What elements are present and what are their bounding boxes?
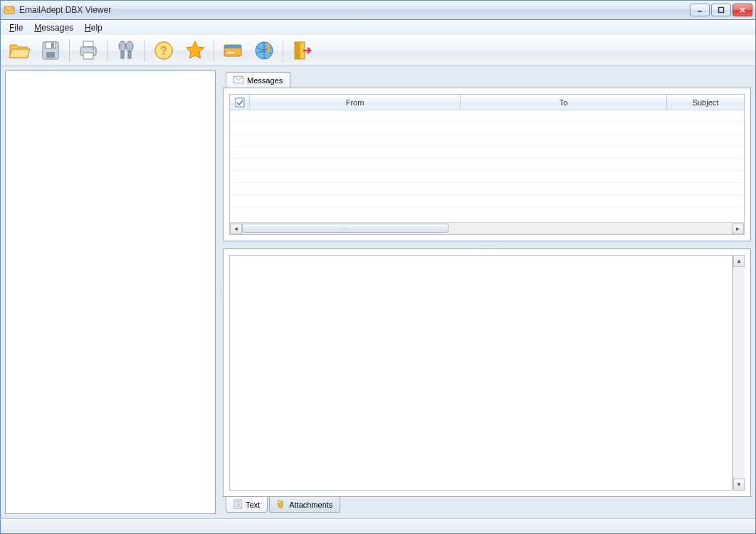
minimize-button[interactable]: [690, 4, 710, 16]
scroll-track[interactable]: ···: [242, 224, 732, 234]
preview-container: ▲ ▼: [223, 248, 751, 497]
column-header-icon[interactable]: [230, 95, 250, 110]
grid-body[interactable]: [230, 110, 744, 222]
tab-attachments-label: Attachments: [289, 501, 332, 509]
table-row: [230, 183, 744, 195]
svg-rect-24: [236, 98, 244, 107]
horizontal-scrollbar: ◄ ··· ►: [230, 222, 744, 234]
scroll-down-button[interactable]: ▼: [733, 478, 745, 491]
tab-messages-label: Messages: [247, 76, 283, 85]
window-controls: [690, 4, 752, 16]
svg-rect-19: [227, 52, 234, 53]
column-header-to[interactable]: To: [461, 95, 667, 110]
svg-rect-5: [46, 52, 55, 58]
maximize-button[interactable]: [711, 4, 731, 16]
toolbar-separator: [214, 39, 214, 62]
exit-button[interactable]: [288, 36, 316, 65]
home-button[interactable]: [250, 36, 278, 65]
toolbar-separator: [283, 39, 283, 62]
table-row: [230, 195, 744, 207]
window-title: EmailAdept DBX Viewer: [19, 5, 690, 15]
messages-grid: From To Subject: [229, 94, 745, 235]
tab-attachments[interactable]: Attachments: [269, 497, 340, 513]
close-button[interactable]: [733, 4, 752, 16]
toolbar-separator: [145, 39, 145, 62]
column-header-subject[interactable]: Subject: [667, 95, 744, 110]
folder-tree-panel[interactable]: [5, 70, 216, 514]
scroll-right-button[interactable]: ►: [732, 224, 744, 234]
scroll-up-button[interactable]: ▲: [733, 255, 745, 267]
menubar: File Messages Help: [0, 20, 756, 35]
table-row: [230, 110, 744, 122]
tab-text[interactable]: Text: [226, 497, 268, 513]
tab-text-label: Text: [246, 501, 260, 509]
help-button[interactable]: ?: [149, 36, 178, 65]
statusbar: [0, 518, 756, 534]
messages-panel: Messages From To Subject: [223, 70, 751, 241]
paperclip-icon: [277, 499, 285, 511]
messages-grid-container: From To Subject: [223, 88, 751, 241]
register-button[interactable]: [219, 36, 247, 65]
table-row: [230, 135, 744, 147]
table-row: [230, 159, 744, 171]
menu-messages[interactable]: Messages: [28, 21, 79, 34]
svg-rect-6: [51, 43, 54, 48]
svg-text:?: ?: [160, 45, 167, 57]
svg-rect-14: [128, 51, 131, 58]
find-button[interactable]: [112, 36, 140, 65]
toolbar-separator: [69, 39, 70, 62]
table-row: [230, 171, 744, 183]
print-button[interactable]: [74, 36, 103, 65]
right-panel: Messages From To Subject: [223, 70, 751, 514]
save-button[interactable]: [36, 36, 65, 65]
toolbar: ?: [0, 35, 756, 66]
column-header-from[interactable]: From: [250, 95, 461, 110]
horizontal-splitter[interactable]: · · · · ·: [223, 241, 751, 248]
svg-rect-7: [83, 41, 93, 47]
svg-point-10: [93, 48, 95, 50]
scroll-track-vertical[interactable]: [733, 267, 745, 478]
svg-rect-0: [4, 6, 14, 14]
table-row: [230, 147, 744, 159]
app-icon: [4, 4, 15, 16]
svg-point-12: [126, 41, 133, 51]
svg-rect-2: [719, 8, 724, 13]
tab-messages[interactable]: Messages: [226, 72, 290, 88]
open-folder-button[interactable]: [5, 36, 33, 65]
menu-help[interactable]: Help: [79, 21, 108, 34]
scroll-left-button[interactable]: ◄: [230, 224, 242, 234]
svg-rect-22: [295, 42, 300, 59]
svg-rect-18: [224, 45, 241, 48]
preview-content[interactable]: [229, 255, 733, 491]
document-icon: [233, 499, 242, 511]
messages-tab-strip: Messages: [223, 70, 751, 88]
svg-rect-13: [121, 51, 124, 58]
menu-file[interactable]: File: [4, 21, 28, 34]
svg-rect-9: [83, 53, 93, 59]
main-area: ····· Messages From To: [0, 66, 756, 518]
favorite-button[interactable]: [181, 36, 209, 65]
toolbar-separator: [107, 39, 107, 62]
table-row: [230, 122, 744, 135]
envelope-icon: [233, 75, 243, 85]
scroll-thumb[interactable]: ···: [242, 224, 448, 233]
titlebar: EmailAdept DBX Viewer: [0, 0, 756, 20]
svg-point-11: [119, 41, 126, 51]
grid-header: From To Subject: [230, 95, 744, 110]
preview-tab-strip: Text Attachments: [223, 497, 751, 514]
preview-panel: ▲ ▼ Text Attachments: [223, 248, 751, 514]
vertical-scrollbar: ▲ ▼: [733, 255, 745, 491]
